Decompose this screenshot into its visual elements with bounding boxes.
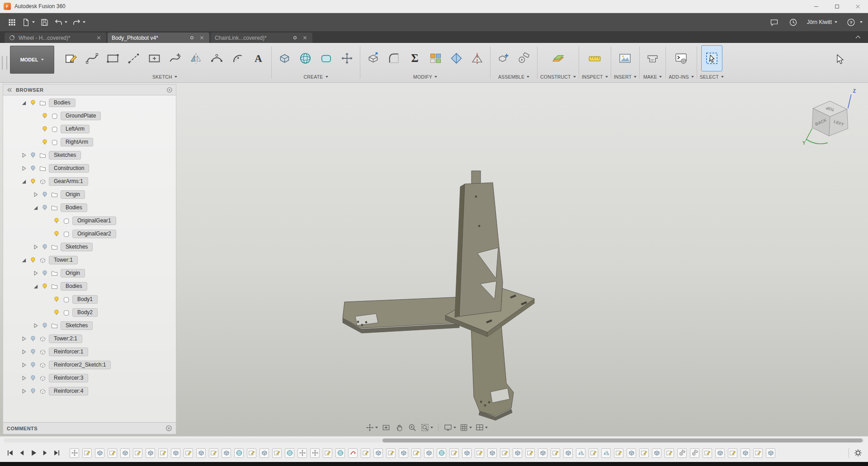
visibility-bulb-icon[interactable] — [41, 138, 48, 146]
timeline-feature-move[interactable] — [70, 448, 79, 458]
browser-item-label[interactable]: Sketches — [61, 243, 93, 252]
extrude-button[interactable] — [274, 46, 295, 71]
comments-bar[interactable]: COMMENTS — [3, 422, 176, 434]
fillet-button[interactable] — [384, 46, 404, 71]
browser-item[interactable]: Sketches — [3, 240, 176, 254]
timeline-feature-extrude[interactable] — [171, 448, 180, 458]
visibility-bulb-icon[interactable] — [41, 269, 48, 277]
step-forward-button[interactable] — [40, 447, 51, 458]
timeline-feature-move[interactable] — [310, 448, 320, 458]
browser-item-label[interactable]: RightArm — [61, 138, 93, 147]
browser-item-label[interactable]: Tower:2:1 — [49, 334, 82, 344]
timeline-feature-extrude[interactable] — [538, 448, 547, 458]
browser-item[interactable]: Sketches — [3, 149, 176, 162]
job-status-button[interactable] — [787, 16, 800, 28]
browser-item[interactable]: Bodies — [3, 201, 176, 214]
timeline-feature-extrude[interactable] — [95, 448, 104, 458]
ribbon-group-label[interactable]: INSPECT — [582, 72, 608, 81]
timeline-feature-form[interactable] — [285, 448, 294, 458]
browser-item[interactable]: LeftArm — [3, 122, 176, 136]
appearance-button[interactable] — [425, 46, 446, 71]
visibility-bulb-icon[interactable] — [29, 387, 37, 395]
visibility-bulb-icon[interactable] — [29, 151, 37, 159]
ribbon-group-label[interactable]: SKETCH — [61, 72, 269, 81]
user-menu-button[interactable]: Jörn Kiwitt — [807, 19, 837, 25]
timeline-feature-joint[interactable] — [677, 448, 687, 458]
browser-item-label[interactable]: Bodies — [61, 282, 87, 291]
timeline-feature-revolve[interactable] — [348, 448, 358, 458]
expander-icon[interactable] — [20, 388, 27, 395]
timeline-feature-sketch[interactable] — [475, 448, 484, 458]
step-back-button[interactable] — [16, 447, 27, 458]
browser-item-label[interactable]: Reinforcer2_Sketch:1 — [49, 361, 111, 370]
browser-item-label[interactable]: Body1 — [72, 295, 98, 304]
expander-icon[interactable] — [20, 152, 27, 159]
timeline-feature-sketch[interactable] — [589, 448, 598, 458]
timeline-feature-sketch[interactable] — [665, 448, 674, 458]
zoom-button[interactable] — [406, 422, 418, 433]
sketch-text-button[interactable]: A — [248, 46, 269, 71]
model-tower[interactable] — [455, 171, 503, 317]
visibility-bulb-icon[interactable] — [29, 178, 37, 185]
expander-icon[interactable] — [20, 257, 27, 264]
arc-center-button[interactable] — [227, 46, 248, 71]
timeline-feature-extrude[interactable] — [563, 448, 573, 458]
pan-button[interactable] — [364, 422, 379, 433]
ribbon-group-label[interactable]: ASSEMBLE — [493, 72, 534, 81]
timeline-settings-button[interactable] — [853, 447, 863, 458]
visibility-bulb-icon[interactable] — [41, 243, 48, 251]
timeline-feature-mirror[interactable] — [601, 448, 611, 458]
timeline-feature-sketch[interactable] — [614, 448, 623, 458]
sphere-button[interactable] — [295, 46, 316, 71]
timeline-feature-sketch[interactable] — [639, 448, 649, 458]
timeline-feature-sketch[interactable] — [411, 448, 421, 458]
browser-item[interactable]: Body1 — [3, 293, 176, 306]
timeline-feature-extrude[interactable] — [462, 448, 472, 458]
apps-grid-button[interactable] — [5, 16, 18, 28]
look-at-button[interactable] — [380, 422, 392, 433]
browser-item[interactable]: Tower:1 — [3, 254, 176, 267]
go-to-end-button[interactable] — [52, 447, 62, 458]
box-button[interactable] — [316, 46, 336, 71]
comment-button[interactable] — [768, 16, 781, 28]
browser-item[interactable]: Origin — [3, 267, 176, 280]
browser-item-label[interactable]: OriginalGear2 — [72, 230, 116, 239]
timeline-feature-sketch[interactable] — [82, 448, 92, 458]
split-body-button[interactable] — [467, 46, 487, 71]
close-icon[interactable] — [198, 34, 205, 41]
timeline-feature-sketch[interactable] — [386, 448, 396, 458]
timeline-feature-extrude[interactable] — [513, 448, 522, 458]
document-tab[interactable]: ChainLink...covered)* — [211, 33, 312, 43]
timeline-feature-sketch[interactable] — [449, 448, 459, 458]
save-button[interactable] — [38, 16, 51, 28]
visibility-bulb-icon[interactable] — [29, 165, 37, 172]
timeline-feature-sketch[interactable] — [272, 448, 282, 458]
browser-item-label[interactable]: Sketches — [61, 321, 93, 330]
expander-icon[interactable] — [20, 178, 27, 185]
timeline-feature-sketch[interactable] — [209, 448, 218, 458]
browser-item[interactable]: Reinforcer:3 — [3, 372, 176, 385]
visibility-bulb-icon[interactable] — [29, 374, 37, 382]
browser-display-settings-button[interactable] — [166, 87, 173, 93]
browser-item-label[interactable]: GearArms:1 — [49, 177, 88, 186]
browser-item[interactable]: Tower:2:1 — [3, 332, 176, 345]
timeline-feature-extrude[interactable] — [399, 448, 408, 458]
browser-item-label[interactable]: Reinforcer:1 — [49, 348, 88, 357]
help-menu-button[interactable]: ? — [844, 16, 863, 28]
timeline-feature-sketch[interactable] — [323, 448, 332, 458]
collapse-browser-button[interactable] — [6, 87, 13, 93]
timeline-feature-sketch[interactable] — [728, 448, 737, 458]
browser-item[interactable]: Bodies — [3, 280, 176, 293]
visibility-bulb-icon[interactable] — [41, 204, 48, 212]
browser-item[interactable]: Body2 — [3, 306, 176, 319]
document-tab[interactable]: Wheel - H...covered)* — [5, 33, 106, 43]
timeline-feature-extrude[interactable] — [222, 448, 231, 458]
ribbon-group-label[interactable]: MAKE — [642, 72, 663, 81]
browser-item-label[interactable]: Reinforcer:4 — [49, 387, 88, 396]
construction-line-button[interactable] — [123, 46, 144, 71]
close-icon[interactable] — [95, 34, 102, 41]
expander-icon[interactable] — [32, 244, 39, 250]
browser-item[interactable]: Origin — [3, 188, 176, 201]
timeline-feature-sketch[interactable] — [158, 448, 168, 458]
timeline-feature-sketch[interactable] — [753, 448, 763, 458]
